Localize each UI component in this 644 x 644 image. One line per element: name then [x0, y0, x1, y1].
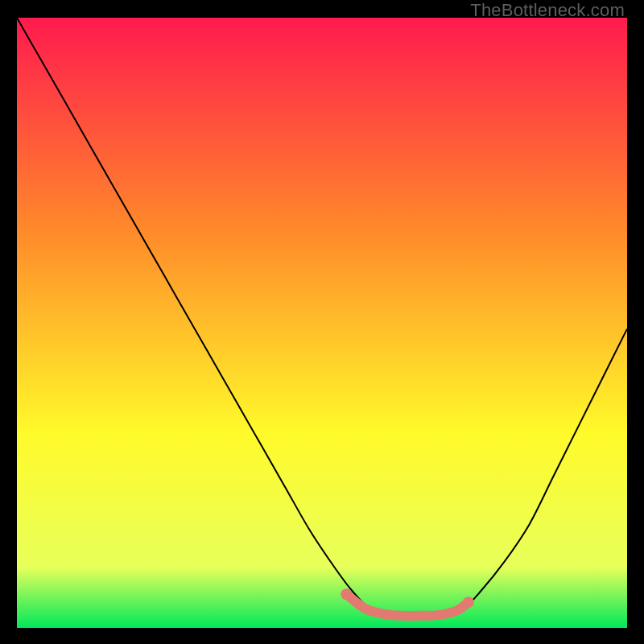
watermark-text: TheBottleneck.com — [470, 0, 625, 21]
gradient-background — [17, 18, 627, 628]
chart-frame — [17, 18, 627, 628]
highlight-start-dot — [341, 588, 352, 600]
highlight-end-dot — [463, 597, 474, 608]
bottleneck-chart — [17, 18, 627, 628]
